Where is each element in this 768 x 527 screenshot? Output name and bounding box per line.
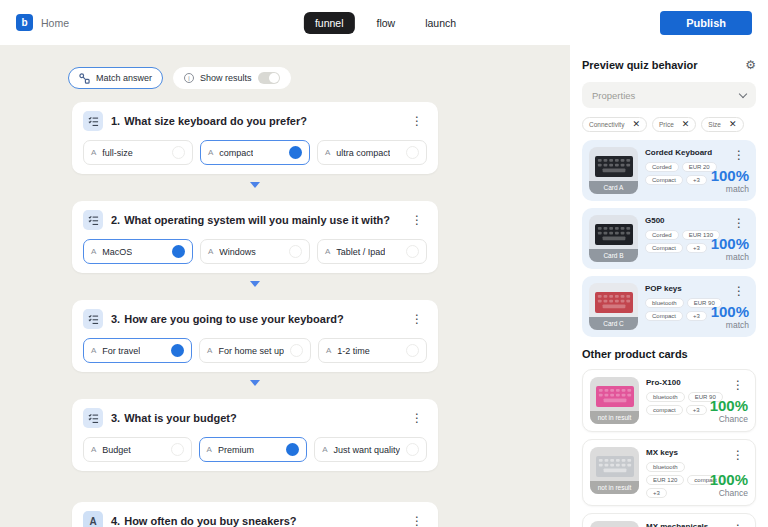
product-card-other[interactable]: not in result MX keys bluetooth EUR 120 … — [582, 439, 756, 506]
product-tag: Compact — [645, 175, 683, 185]
answer-option[interactable]: A For travel — [83, 338, 192, 363]
radio-icon[interactable] — [172, 146, 185, 159]
gear-icon[interactable]: ⚙ — [745, 59, 756, 71]
match-answer-label: Match answer — [96, 73, 152, 83]
answer-option[interactable]: A full-size — [83, 140, 193, 165]
close-icon[interactable]: ✕ — [729, 120, 737, 129]
publish-button[interactable]: Publish — [660, 11, 752, 35]
product-name: Pro-X100 — [646, 378, 703, 387]
radio-icon[interactable] — [406, 146, 419, 159]
answer-option[interactable]: A Budget — [83, 437, 192, 462]
view-tabs: funnel flow launch — [304, 12, 464, 34]
match-percent: 100% — [711, 304, 749, 321]
properties-dropdown[interactable]: Properties — [582, 82, 756, 108]
product-card-matched[interactable]: Card C POP keys bluetooth EUR 90 Compact… — [582, 276, 756, 337]
match-percent: 100% — [711, 168, 749, 185]
product-card-matched[interactable]: Card B G500 Corded EUR 130 Compact +3 ⋮ … — [582, 208, 756, 269]
product-name: Corded Keyboard — [645, 148, 704, 157]
keyboard-image — [595, 292, 633, 313]
radio-icon[interactable] — [406, 443, 419, 456]
close-icon[interactable]: ✕ — [682, 120, 690, 129]
chance-percent-label: Chance — [710, 489, 748, 498]
tab-flow[interactable]: flow — [368, 12, 403, 34]
kebab-menu-icon[interactable]: ⋮ — [728, 447, 748, 463]
radio-icon[interactable] — [172, 245, 185, 258]
match-answer-button[interactable]: Match answer — [68, 67, 163, 89]
question-title: 1.What size keyboard do you prefer? — [111, 115, 307, 127]
match-percent-label: match — [711, 321, 749, 330]
product-card-other[interactable]: not in result Pro-X100 bluetooth EUR 90 … — [582, 369, 756, 432]
brand[interactable]: b Home — [16, 14, 69, 31]
kebab-menu-icon[interactable]: ⋮ — [407, 513, 427, 527]
product-card-matched[interactable]: Card A Corded Keyboard Corded EUR 20 Com… — [582, 140, 756, 201]
keyboard-image — [596, 386, 634, 407]
filter-chip-price[interactable]: Price ✕ — [652, 117, 696, 132]
tab-funnel[interactable]: funnel — [304, 12, 355, 34]
other-products-title: Other product cards — [582, 348, 756, 360]
tab-launch[interactable]: launch — [417, 12, 464, 34]
product-tag: compact — [646, 405, 683, 415]
product-card-other[interactable]: not in result MX mechanicals bluetooth E… — [582, 513, 756, 527]
not-in-result-label: not in result — [590, 411, 639, 424]
keyboard-image — [595, 224, 633, 245]
question-title: 3.What is your budget? — [111, 412, 237, 424]
radio-icon[interactable] — [171, 443, 184, 456]
kebab-menu-icon[interactable]: ⋮ — [407, 410, 427, 426]
answer-option[interactable]: A MacOS — [83, 239, 193, 264]
home-link[interactable]: Home — [41, 17, 69, 29]
kebab-menu-icon[interactable]: ⋮ — [729, 147, 749, 163]
answer-option[interactable]: A Just want quality — [314, 437, 427, 462]
checklist-icon — [83, 408, 103, 428]
radio-icon[interactable] — [289, 146, 302, 159]
answer-option[interactable]: A Windows — [200, 239, 310, 264]
preview-sidebar: Preview quiz behavior ⚙ Properties Conne… — [570, 45, 768, 527]
filter-chip-connectivity[interactable]: Connectivity ✕ — [582, 117, 647, 132]
product-name: MX keys — [646, 448, 703, 457]
chance-percent: 100% — [710, 472, 748, 489]
close-icon[interactable]: ✕ — [632, 120, 640, 129]
answer-option[interactable]: A Premium — [199, 437, 308, 462]
radio-icon[interactable] — [289, 245, 302, 258]
product-tag: +3 — [686, 175, 707, 185]
answer-option[interactable]: A ultra compact — [317, 140, 427, 165]
checklist-icon — [83, 309, 103, 329]
question-card-5: A 4.How often do you buy sneakers? ⋮ sof… — [72, 502, 438, 527]
answer-option[interactable]: A For home set up — [199, 338, 311, 363]
card-slot-label: Card B — [589, 249, 638, 262]
radio-icon[interactable] — [171, 344, 184, 357]
match-percent-label: match — [711, 253, 749, 262]
product-image: Card C — [589, 283, 638, 330]
connector-arrow-icon — [250, 380, 260, 386]
kebab-menu-icon[interactable]: ⋮ — [728, 377, 748, 393]
answer-option[interactable]: A compact — [200, 140, 310, 165]
match-percent-label: match — [711, 185, 749, 194]
product-image: not in result — [590, 521, 639, 527]
kebab-menu-icon[interactable]: ⋮ — [407, 113, 427, 129]
product-image: Card B — [589, 215, 638, 262]
kebab-menu-icon[interactable]: ⋮ — [729, 215, 749, 231]
sidebar-title: Preview quiz behavior — [582, 59, 698, 71]
radio-icon[interactable] — [406, 344, 419, 357]
info-icon: i — [184, 73, 194, 83]
kebab-menu-icon[interactable]: ⋮ — [728, 521, 748, 527]
product-tag: +3 — [686, 243, 707, 253]
radio-icon[interactable] — [290, 344, 303, 357]
product-name: POP keys — [645, 284, 704, 293]
properties-label: Properties — [592, 90, 635, 101]
radio-icon[interactable] — [406, 245, 419, 258]
filter-chip-size[interactable]: Size ✕ — [701, 117, 743, 132]
show-results-toggle[interactable] — [258, 72, 280, 84]
kebab-menu-icon[interactable]: ⋮ — [407, 212, 427, 228]
answer-option[interactable]: A 1-2 time — [318, 338, 427, 363]
kebab-menu-icon[interactable]: ⋮ — [729, 283, 749, 299]
question-card-3: 3.How are you going to use your keyboard… — [72, 300, 438, 372]
radio-icon[interactable] — [286, 443, 299, 456]
question-card-4: 3.What is your budget? ⋮ A Budget A Prem… — [72, 399, 438, 471]
answer-option[interactable]: A Tablet / Ipad — [317, 239, 427, 264]
kebab-menu-icon[interactable]: ⋮ — [407, 311, 427, 327]
show-results-control: i Show results — [173, 67, 291, 89]
checklist-icon — [83, 210, 103, 230]
product-tag: bluetooth — [646, 392, 685, 402]
product-image: not in result — [590, 377, 639, 424]
product-tag: +3 — [686, 405, 707, 415]
